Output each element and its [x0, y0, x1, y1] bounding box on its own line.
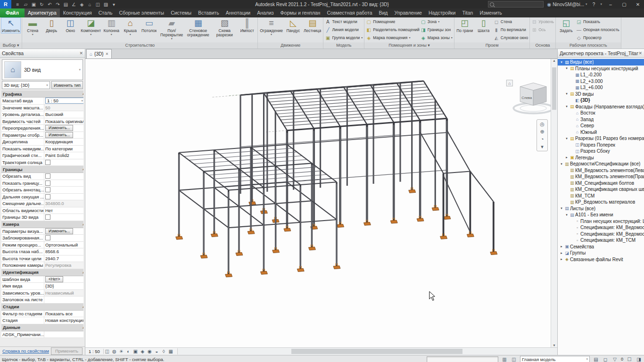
ribbon-button[interactable]: ↖Изменить — [1, 18, 20, 33]
browser-item[interactable]: ▦L1_-0.200 — [558, 72, 644, 78]
browser-item[interactable]: ▥КМ_ТСМ — [558, 193, 644, 199]
ribbon-button[interactable]: ▭Потолок — [140, 18, 158, 33]
worksharing-icon[interactable]: ▥ — [501, 357, 508, 362]
property-value[interactable]: Изменить... — [44, 228, 83, 235]
ribbon-button[interactable]: ◱Задать — [557, 18, 575, 33]
property-value[interactable]: {3D} — [44, 283, 83, 289]
property-value[interactable] — [44, 187, 83, 193]
property-value[interactable]: 50 — [44, 105, 83, 111]
ribbon-button[interactable]: ⌂Крыша▾ — [121, 18, 139, 36]
property-section-header[interactable]: Идентификация▴ — [1, 269, 83, 276]
ribbon-button[interactable]: АТекст модели — [325, 18, 363, 25]
browser-item[interactable]: ◫Разрез Сбоку — [558, 148, 644, 155]
unlocked-3d-icon[interactable]: ◊ — [160, 349, 167, 354]
browser-item[interactable]: ▸◪Группы — [558, 250, 644, 256]
detail-level-icon[interactable]: ◫ — [104, 349, 111, 354]
property-value[interactable] — [44, 214, 83, 221]
sun-path-icon[interactable]: ☀ — [118, 349, 125, 354]
browser-item[interactable]: ▾▥Ведомости/Спецификации (все) — [558, 161, 644, 167]
tree-expanded-icon[interactable]: ▾ — [564, 66, 569, 70]
view-tab-3d[interactable]: ⌂ {3D} ✕ — [86, 49, 112, 58]
filter-icon[interactable]: ▽ — [611, 357, 618, 362]
minimize-button[interactable]: – — [605, 2, 616, 7]
checkbox[interactable] — [45, 235, 50, 240]
ribbon-tab[interactable]: Управление — [391, 8, 425, 17]
property-value[interactable]: Показать все — [44, 311, 83, 317]
temporary-hide-icon[interactable]: ◉ — [146, 349, 153, 354]
home-3d-icon[interactable]: ⌂ — [86, 2, 93, 7]
browser-item[interactable]: ◫Разрез Поперек — [558, 142, 644, 148]
property-value[interactable]: Изменить... — [44, 132, 83, 139]
tree-expanded-icon[interactable]: ▾ — [559, 206, 564, 210]
ribbon-tab[interactable]: Системы — [167, 8, 195, 17]
close-icon[interactable]: ✕ — [638, 51, 642, 56]
ribbon-button[interactable]: ⊟Уровень — [531, 18, 554, 25]
browser-item[interactable]: ▸▣Семейства — [558, 244, 644, 250]
property-button[interactable]: Изменить... — [45, 125, 73, 131]
property-value[interactable]: Независимый — [44, 290, 83, 296]
scroll-down-icon[interactable]: ▼ — [553, 344, 556, 347]
model-canvas[interactable]: Слева⌂ ▲▼ ◎⊕◔▾ — [85, 59, 557, 347]
property-value[interactable]: Изменить... — [44, 125, 83, 132]
ribbon-button[interactable]: ◺Пандус — [284, 18, 302, 33]
orbit-icon[interactable]: ◔ — [541, 136, 544, 142]
ribbon-button[interactable]: ▢Зона▾ — [421, 18, 453, 25]
property-section-header[interactable]: Границы▴ — [1, 166, 83, 173]
property-section-header[interactable]: Данные▴ — [1, 324, 83, 331]
browser-item[interactable]: ▥КР_Ведомость материалов — [558, 199, 644, 206]
ribbon-button[interactable]: ▤Лестница — [303, 18, 322, 33]
tree-collapsed-icon[interactable]: ▸ — [559, 245, 564, 248]
ribbon-button[interactable]: ╱Линия модели — [325, 26, 363, 33]
active-workset-select[interactable]: Главная модель ▾ — [520, 356, 590, 362]
browser-item[interactable]: ▸▣Легенды — [558, 155, 644, 161]
close-button[interactable]: ✕ — [633, 2, 643, 7]
checkbox[interactable] — [45, 181, 50, 186]
horizontal-scrollbar[interactable] — [177, 348, 557, 354]
analytic-icon[interactable]: ▦ — [167, 349, 174, 354]
property-value[interactable] — [44, 194, 83, 200]
browser-item[interactable]: ▾▤Фасады (Направление взгляда) — [558, 104, 644, 110]
browser-item[interactable]: ⌂Север — [558, 123, 644, 129]
browser-item[interactable]: ▥КМ_Спецификация болтов — [558, 180, 644, 187]
checkbox[interactable] — [45, 173, 50, 179]
type-selector[interactable]: ⌂ 3D вид ▾ — [2, 59, 83, 80]
ribbon-group-label[interactable]: Помещения и зоны ▾ — [364, 42, 454, 49]
revit-logo-icon[interactable]: R — [0, 0, 11, 8]
ribbon-button[interactable]: ◻Стена — [494, 18, 528, 25]
ribbon-tab[interactable]: Надстройки — [425, 8, 459, 17]
ribbon-group-label[interactable]: Выбор ▾ — [0, 42, 22, 49]
view-scale-button[interactable]: 1 : 50 — [85, 349, 104, 354]
property-value[interactable]: Новая конструкция — [44, 317, 83, 324]
ribbon-button[interactable]: ▬Стена▾ — [24, 18, 41, 36]
property-value[interactable] — [44, 331, 83, 338]
browser-item[interactable]: ⌂Южный — [558, 129, 644, 136]
ribbon-button[interactable]: ◪Компонент▾ — [80, 18, 101, 36]
ribbon-tab[interactable]: Titan — [459, 8, 477, 17]
property-value[interactable]: 304800.0 — [44, 200, 83, 207]
browser-item[interactable]: ▾▤Листы (все) — [558, 206, 644, 212]
help-button[interactable]: ? — [590, 2, 597, 7]
browser-item[interactable]: ◧{3D} — [558, 97, 644, 104]
ribbon-button[interactable]: ▯Шахта — [475, 18, 493, 33]
help-chevron-icon[interactable]: ▾ — [600, 2, 602, 6]
edit-type-button[interactable]: Изменить тип — [51, 81, 83, 89]
ribbon-button[interactable]: ▣Группа модели▾ — [325, 34, 363, 41]
property-value[interactable]: 2940.7 — [44, 255, 83, 262]
open-icon[interactable]: ▱ — [22, 2, 29, 7]
maximize-button[interactable]: ▢ — [619, 2, 629, 7]
property-button[interactable]: Изменить... — [45, 132, 73, 138]
browser-item[interactable]: ▫Спецификация: КМ_ТСМ — [558, 237, 644, 244]
browser-item[interactable]: ▫План несущих конструкций: L1 — [558, 218, 644, 225]
tag-icon[interactable]: ◈ — [78, 2, 85, 7]
browser-item[interactable]: ⌂Запад — [558, 116, 644, 123]
ribbon-tab[interactable]: Вид — [376, 8, 391, 17]
redo-icon[interactable]: ↷ — [54, 2, 61, 7]
property-value[interactable]: Координация — [44, 139, 83, 145]
browser-item[interactable]: ▾▤Планы несущих конструкций — [558, 66, 644, 72]
browser-item[interactable]: ▦L2_+3.000 — [558, 78, 644, 85]
tree-collapsed-icon[interactable]: ▸ — [559, 251, 564, 255]
help-search-field[interactable] — [488, 1, 544, 8]
ribbon-button[interactable]: ▯Дверь — [42, 18, 60, 33]
browser-item[interactable]: ⌂Восток — [558, 110, 644, 116]
property-button[interactable]: Изменить... — [45, 228, 73, 234]
